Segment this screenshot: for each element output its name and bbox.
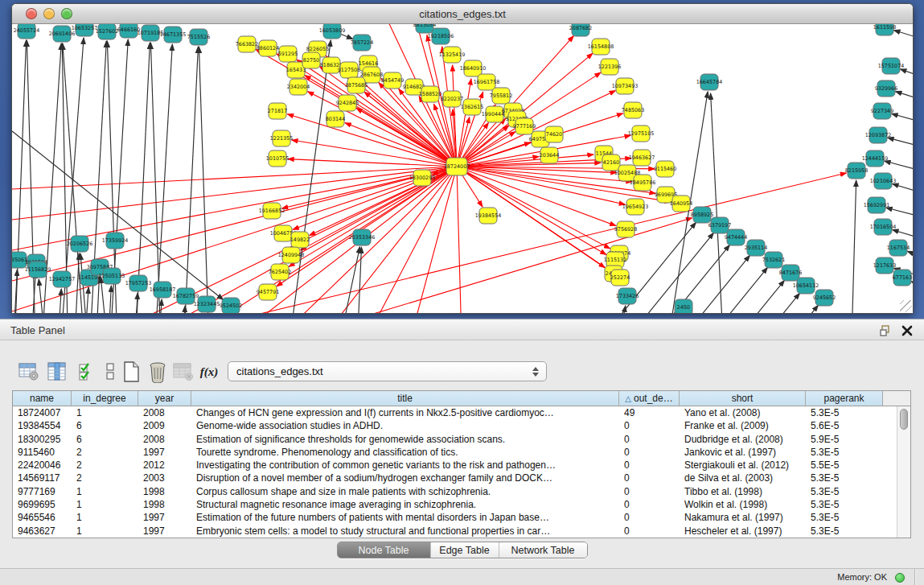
graph-edge[interactable] [289, 167, 457, 266]
graph-node-label: 9524502 [220, 303, 242, 309]
graph-node-label: 10210643 [870, 178, 897, 184]
network-canvas[interactable]: 2405572420691406106532571527602646616010… [12, 24, 913, 313]
cell-title: Changes of HCN gene expression and I(f) … [191, 406, 619, 419]
column-header-pagerank[interactable]: pagerank [806, 391, 883, 406]
graph-edge[interactable] [900, 69, 913, 84]
tab-node-table[interactable]: Node Table [338, 542, 430, 558]
column-header-in_degree[interactable]: in_degree [72, 391, 138, 406]
cell-title: Genome-wide association studies in ADHD. [191, 419, 619, 432]
graph-node-label: 1588520 [419, 91, 441, 97]
graph-edge[interactable] [893, 31, 913, 46]
window-resize-grip[interactable] [900, 300, 912, 312]
graph-edge[interactable] [308, 92, 457, 167]
graph-node-label: 8813054 [413, 24, 436, 28]
graph-edge[interactable] [720, 305, 818, 313]
graph-edge[interactable] [287, 114, 457, 167]
graph-node-label: 16645784 [696, 79, 723, 85]
graph-edge[interactable] [12, 167, 457, 189]
graph-edge[interactable] [356, 247, 361, 313]
table-row[interactable]: 977716911998Corpus callosum shape and si… [13, 485, 910, 498]
float-panel-icon[interactable] [879, 324, 892, 337]
graph-node-label: 2087682 [569, 25, 592, 31]
graph-edge[interactable] [334, 247, 360, 313]
column-header-year[interactable]: year [138, 391, 191, 406]
graph-edge[interactable] [134, 43, 150, 313]
graph-edge[interactable] [851, 180, 856, 313]
graph-node-label: 1733426 [616, 293, 639, 299]
combobox-stepper-icon[interactable] [531, 365, 540, 379]
graph-edge[interactable] [12, 167, 457, 220]
delete-table-button[interactable] [145, 360, 170, 384]
graph-edge[interactable] [651, 255, 749, 313]
table-columns-icon [46, 361, 68, 382]
graph-edge[interactable] [895, 92, 913, 107]
graph-node-label: 803144 [326, 116, 345, 122]
column-header-name[interactable]: name [13, 391, 72, 406]
graph-edge[interactable] [150, 43, 162, 313]
cell-year: 1997 [138, 446, 191, 459]
graph-edge[interactable] [39, 279, 48, 313]
graph-node-label: 6379197 [708, 222, 731, 229]
table-row[interactable]: 1456911722003Disruption of a novel membe… [13, 472, 910, 484]
select-all-button[interactable] [74, 360, 100, 384]
graph-edge[interactable] [701, 293, 799, 313]
table-row[interactable]: 1830029562008Estimation of significance … [13, 433, 910, 446]
graph-edge[interactable] [181, 306, 185, 313]
tab-edge-table[interactable]: Edge Table [430, 542, 499, 558]
column-header-out_de[interactable]: △out_de… [619, 391, 680, 406]
table-row[interactable]: 946362711997Embryonic stem cells: a mode… [13, 525, 910, 538]
table-row[interactable]: 2242004622012Investigating the contribut… [13, 459, 910, 472]
network-window-titlebar[interactable]: citations_edges.txt [12, 4, 913, 24]
graph-edge[interactable] [73, 253, 79, 313]
graph-node-label: 12409948 [278, 252, 305, 258]
graph-edge[interactable] [107, 286, 111, 313]
column-header-short[interactable]: short [680, 391, 806, 406]
cell-year: 1998 [138, 498, 191, 511]
table-row[interactable]: 969969511998Structural magnetic resonanc… [13, 498, 910, 511]
graph-edge[interactable] [892, 113, 913, 129]
close-panel-icon[interactable] [901, 324, 914, 337]
graph-edge[interactable] [133, 293, 138, 313]
network-table-selector[interactable]: citations_edges.txt [228, 361, 547, 381]
graph-edge[interactable] [888, 138, 913, 153]
node-table[interactable]: namein_degreeyeartitle△out_de…shortpager… [12, 390, 911, 538]
select-columns-button[interactable] [44, 360, 70, 384]
cell-pagerank: 5.3E-5 [806, 525, 883, 538]
cell-out_de: 0 [619, 525, 680, 538]
tab-network-table[interactable]: Network Table [499, 542, 587, 558]
graph-edge[interactable] [686, 280, 784, 313]
table-header-row[interactable]: namein_degreeyeartitle△out_de…shortpager… [13, 391, 910, 406]
delete-column-button[interactable] [170, 360, 196, 384]
table-row[interactable]: 946554611997Estimation of the future num… [13, 511, 910, 524]
graph-node-label: 11156829 [25, 266, 51, 273]
table-body[interactable]: 1872400712008Changes of HCN gene express… [13, 406, 910, 538]
graph-edge[interactable] [457, 167, 462, 313]
table-row[interactable]: 1872400712008Changes of HCN gene express… [13, 406, 910, 419]
graph-node-label: 24055724 [14, 27, 40, 34]
graph-edge[interactable] [911, 282, 913, 296]
graph-node-label: 16961758 [474, 79, 500, 85]
network-view-window[interactable]: citations_edges.txt 24055724206914061065… [11, 3, 914, 314]
graph-edge[interactable] [892, 183, 913, 200]
graph-edge[interactable] [36, 167, 457, 313]
graph-edge[interactable] [298, 167, 457, 313]
cell-year: 1997 [138, 511, 191, 524]
cell-out_de: 0 [619, 485, 680, 498]
column-header-title[interactable]: title [191, 391, 619, 406]
new-table-button[interactable] [118, 360, 144, 384]
graph-edge[interactable] [907, 251, 913, 266]
graph-edge[interactable] [356, 109, 457, 167]
graph-node-label: 15751074 [878, 63, 905, 69]
graph-edge[interactable] [56, 289, 61, 313]
table-row[interactable]: 1938455462009Genome-wide association stu… [13, 419, 910, 432]
scrollbar-thumb[interactable] [900, 409, 908, 430]
cell-pagerank: 5.9E-5 [806, 433, 883, 446]
graph-node-label: 74620 [546, 131, 562, 138]
table-vertical-scrollbar[interactable] [897, 406, 910, 538]
citation-network-graph[interactable]: 2405572420691406106532571527602646616010… [12, 24, 913, 313]
table-row[interactable]: 911546021997Tourette syndrome. Phenomeno… [13, 446, 910, 459]
function-builder-button[interactable]: f(x) [196, 360, 222, 384]
table-settings-button[interactable] [16, 360, 42, 384]
graph-edge[interactable] [154, 44, 172, 313]
cell-short: Yano et al. (2008) [680, 406, 806, 419]
